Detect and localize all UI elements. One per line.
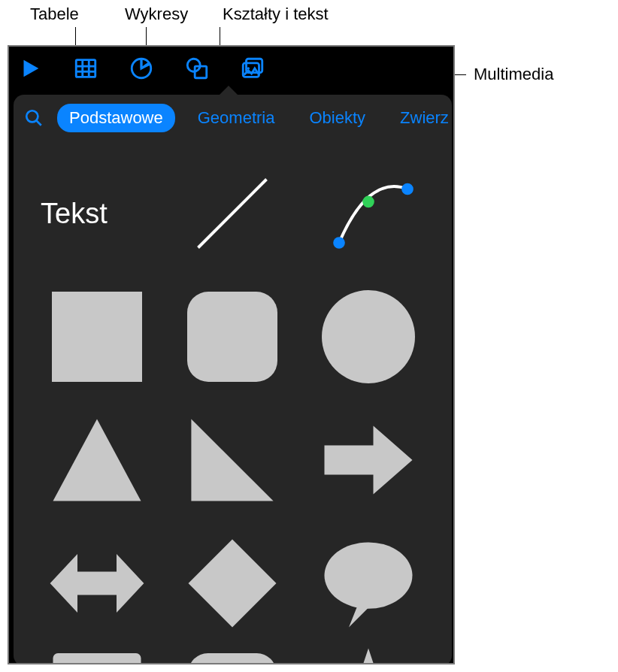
svg-marker-27 — [323, 649, 414, 665]
diamond-icon — [183, 534, 281, 632]
shapes-grid-row-partial — [14, 636, 452, 664]
category-objects[interactable]: Obiekty — [297, 104, 377, 132]
rounded-square-icon — [187, 292, 277, 382]
svg-marker-25 — [349, 603, 374, 628]
insert-media-button[interactable] — [238, 53, 268, 83]
square-icon — [52, 292, 142, 382]
shape-arrow-right[interactable] — [307, 407, 429, 513]
arrow-right-icon — [320, 411, 417, 509]
category-geometry[interactable]: Geometria — [186, 104, 287, 132]
svg-rect-9 — [195, 66, 207, 78]
double-arrow-icon — [48, 534, 146, 632]
callout-icon — [48, 643, 146, 664]
pie-chart-icon — [129, 56, 154, 81]
category-animals[interactable]: Zwierz — [388, 104, 452, 132]
app-frame: Podstawowe Geometria Obiekty Zwierz Teks… — [8, 45, 455, 664]
circle-icon — [322, 290, 415, 383]
star-icon — [320, 643, 417, 664]
shape-search-button[interactable] — [21, 105, 47, 131]
shape-right-triangle[interactable] — [171, 407, 293, 513]
callout-tables-label: Tabele — [30, 5, 79, 23]
svg-line-14 — [36, 120, 41, 126]
svg-point-24 — [324, 542, 412, 608]
rounded-rect-2-icon — [183, 643, 281, 664]
shape-callout[interactable] — [36, 643, 158, 664]
shape-rounded-rect-2[interactable] — [171, 643, 293, 664]
triangle-icon — [48, 411, 146, 509]
svg-marker-23 — [189, 540, 277, 628]
callout-charts-label: Wykresy — [125, 5, 188, 23]
svg-marker-20 — [192, 419, 274, 501]
curve-icon — [320, 165, 417, 262]
shape-double-arrow[interactable] — [36, 531, 158, 636]
svg-point-18 — [362, 196, 374, 208]
callout-shapes-text-label: Kształty i tekst — [223, 5, 329, 23]
shape-category-tabs: Podstawowe Geometria Obiekty Zwierz — [14, 104, 452, 143]
table-icon — [73, 56, 98, 81]
toolbar — [9, 47, 453, 90]
shape-circle[interactable] — [307, 284, 429, 389]
shape-curve[interactable] — [307, 161, 429, 266]
shape-text-label: Tekst — [41, 198, 108, 230]
insert-table-button[interactable] — [71, 53, 101, 83]
callout-shapes-text: Kształty i tekst — [223, 5, 329, 24]
media-icon — [240, 56, 265, 81]
insert-chart-button[interactable] — [126, 53, 156, 83]
svg-marker-21 — [324, 426, 412, 495]
callout-media-label: Multimedia — [474, 65, 553, 84]
play-button[interactable] — [15, 53, 45, 83]
shape-diamond[interactable] — [171, 531, 293, 636]
svg-point-13 — [26, 110, 38, 122]
shape-speech-bubble[interactable] — [307, 531, 429, 636]
insert-shape-button[interactable] — [182, 53, 212, 83]
shapes-grid: Tekst — [14, 143, 452, 636]
svg-marker-19 — [53, 419, 141, 501]
right-triangle-icon — [183, 411, 281, 509]
callout-tables: Tabele — [30, 5, 79, 24]
shape-star[interactable] — [307, 643, 429, 664]
svg-rect-26 — [189, 653, 277, 664]
shape-rounded-square[interactable] — [171, 284, 293, 389]
shape-triangle[interactable] — [36, 407, 158, 513]
svg-line-15 — [198, 180, 267, 248]
svg-point-16 — [333, 237, 345, 249]
search-icon — [24, 108, 44, 128]
shape-icon — [184, 56, 210, 81]
speech-bubble-icon — [320, 534, 417, 632]
callout-charts: Wykresy — [125, 5, 188, 24]
svg-point-17 — [401, 183, 414, 195]
category-basic[interactable]: Podstawowe — [57, 104, 175, 132]
shapes-popover: Podstawowe Geometria Obiekty Zwierz Teks… — [14, 93, 452, 664]
shape-text[interactable]: Tekst — [36, 161, 158, 266]
shape-line[interactable] — [171, 161, 293, 266]
line-icon — [183, 165, 281, 262]
svg-marker-22 — [50, 554, 144, 613]
play-icon — [17, 56, 43, 81]
svg-rect-0 — [76, 60, 95, 77]
shape-square[interactable] — [36, 284, 158, 389]
